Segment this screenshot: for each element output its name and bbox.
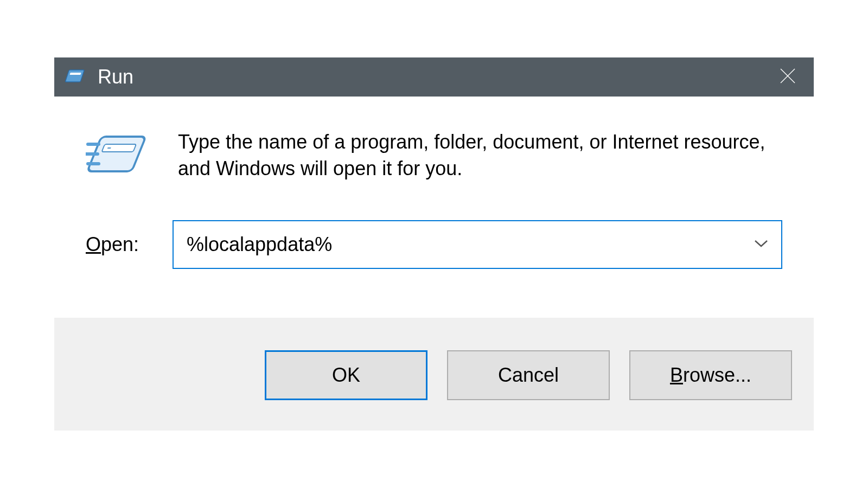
svg-rect-0 [65, 70, 84, 82]
dialog-body: Type the name of a program, folder, docu… [54, 97, 814, 317]
open-combobox[interactable] [173, 220, 782, 269]
svg-rect-1 [69, 73, 81, 75]
titlebar[interactable]: Run [54, 57, 814, 97]
run-dialog: Run [54, 57, 814, 430]
description-row: Type the name of a program, folder, docu… [86, 129, 782, 182]
svg-rect-5 [101, 144, 136, 152]
cancel-button[interactable]: Cancel [447, 350, 610, 400]
run-titlebar-icon [64, 69, 86, 85]
open-label-rest: pen: [101, 233, 139, 255]
browse-button[interactable]: Browse... [629, 350, 792, 400]
button-area: OK Cancel Browse... [54, 318, 814, 431]
description-text: Type the name of a program, folder, docu… [178, 129, 782, 182]
open-mnemonic: O [86, 233, 101, 255]
titlebar-title: Run [98, 66, 771, 88]
run-big-icon [86, 132, 151, 181]
close-icon [778, 67, 797, 87]
open-input[interactable] [174, 221, 781, 268]
open-label: Open: [86, 233, 151, 256]
close-button[interactable] [771, 61, 804, 93]
ok-button[interactable]: OK [265, 350, 427, 400]
input-row: Open: [86, 220, 782, 269]
browse-mnemonic: B [670, 364, 683, 386]
browse-rest: rowse... [683, 364, 751, 386]
